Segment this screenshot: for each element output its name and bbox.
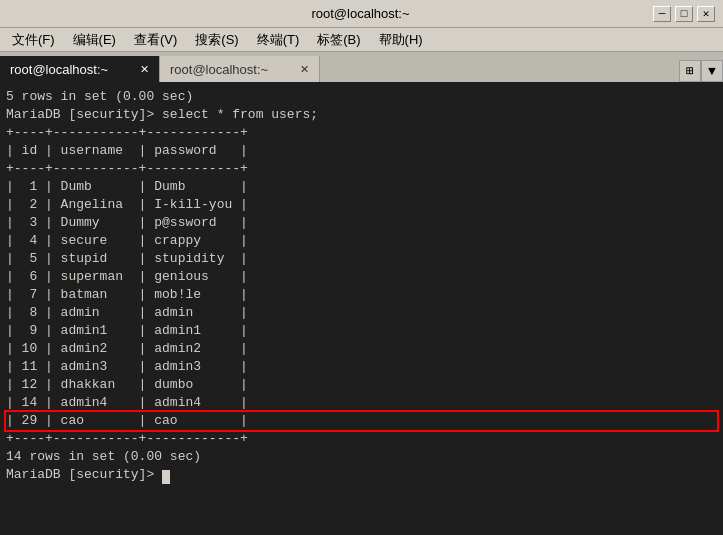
terminal-area[interactable]: 5 rows in set (0.00 sec)MariaDB [securit… [0,82,723,535]
tab-new-button[interactable]: ⊞ [679,60,701,82]
tab-active[interactable]: root@localhost:~ ✕ [0,56,160,82]
terminal-line: | 7 | batman | mob!le | [6,286,717,304]
tab-active-label: root@localhost:~ [10,62,108,77]
title-bar: root@localhost:~ ─ □ ✕ [0,0,723,28]
menu-item[interactable]: 搜索(S) [187,29,246,51]
menu-item[interactable]: 标签(B) [309,29,368,51]
tab-inactive[interactable]: root@localhost:~ ✕ [160,56,320,82]
terminal-line: +----+-----------+------------+ [6,430,717,448]
terminal-line: | 3 | Dummy | p@ssword | [6,214,717,232]
terminal-line: | 8 | admin | admin | [6,304,717,322]
terminal-line: | 10 | admin2 | admin2 | [6,340,717,358]
window-title: root@localhost:~ [68,6,653,21]
terminal-line: | 4 | secure | crappy | [6,232,717,250]
terminal-line: | 14 | admin4 | admin4 | [6,394,717,412]
terminal-line: | 5 | stupid | stupidity | [6,250,717,268]
terminal-line: +----+-----------+------------+ [6,160,717,178]
window-controls[interactable]: ─ □ ✕ [653,6,715,22]
terminal-line: | 9 | admin1 | admin1 | [6,322,717,340]
terminal-line: MariaDB [security]> [6,466,717,484]
tab-bar: root@localhost:~ ✕ root@localhost:~ ✕ ⊞ … [0,52,723,82]
tab-active-close[interactable]: ✕ [140,63,149,76]
menu-bar: 文件(F)编辑(E)查看(V)搜索(S)终端(T)标签(B)帮助(H) [0,28,723,52]
terminal-line: | 6 | superman | genious | [6,268,717,286]
terminal-line: | id | username | password | [6,142,717,160]
tab-inactive-label: root@localhost:~ [170,62,268,77]
terminal-line: | 1 | Dumb | Dumb | [6,178,717,196]
terminal-line: | 2 | Angelina | I-kill-you | [6,196,717,214]
maximize-button[interactable]: □ [675,6,693,22]
tab-dropdown-button[interactable]: ▼ [701,60,723,82]
menu-item[interactable]: 查看(V) [126,29,185,51]
terminal-line: 5 rows in set (0.00 sec) [6,88,717,106]
terminal-line: 14 rows in set (0.00 sec) [6,448,717,466]
terminal-line: | 11 | admin3 | admin3 | [6,358,717,376]
terminal-line: | 12 | dhakkan | dumbo | [6,376,717,394]
close-button[interactable]: ✕ [697,6,715,22]
menu-item[interactable]: 终端(T) [249,29,308,51]
minimize-button[interactable]: ─ [653,6,671,22]
menu-item[interactable]: 文件(F) [4,29,63,51]
terminal-line: MariaDB [security]> select * from users; [6,106,717,124]
tab-inactive-close[interactable]: ✕ [300,63,309,76]
highlighted-row: | 29 | cao | cao | [6,412,717,430]
menu-item[interactable]: 编辑(E) [65,29,124,51]
terminal-line: | 29 | cao | cao | [6,412,717,430]
terminal-cursor [162,470,170,484]
menu-item[interactable]: 帮助(H) [371,29,431,51]
terminal-line: +----+-----------+------------+ [6,124,717,142]
